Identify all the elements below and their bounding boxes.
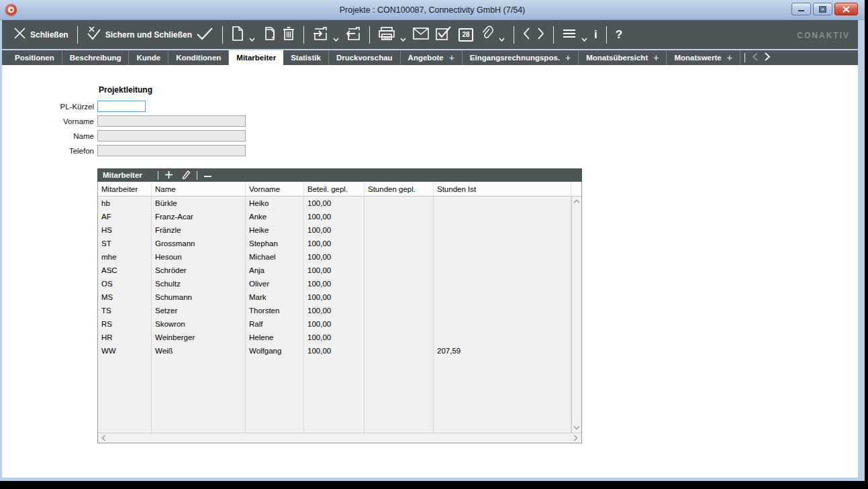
table-cell-r11-stunden-ist[interactable]: 207,59 [434,344,571,358]
table-cell-r1-mitarbeiter[interactable]: AF [98,210,152,223]
table-cell-r1-vorname[interactable]: Anke [246,210,304,223]
scroll-down-icon[interactable] [573,425,580,430]
table-cell-r0-stunden-gepl[interactable] [365,197,434,210]
column-header-vorname[interactable]: Vorname [246,182,304,196]
tab-add-icon[interactable]: + [449,52,454,63]
tab-konditionen[interactable]: Konditionen [168,50,229,65]
table-cell-r10-mitarbeiter[interactable]: HR [98,331,152,344]
table-cell-r4-vorname[interactable]: Michael [246,250,304,264]
table-cell-r0-stunden-ist[interactable] [434,197,571,210]
info-button[interactable]: i [594,29,597,40]
column-header-stunden-gepl[interactable]: Stunden gepl. [365,182,434,196]
scroll-right-icon[interactable] [573,435,578,441]
table-cell-r4-beteil-gepl[interactable]: 100,00 [304,250,365,264]
table-cell-r1-name[interactable]: Franz-Acar [152,210,246,223]
mail-button[interactable] [413,28,429,42]
task-button[interactable] [436,26,452,43]
tab-monatsubersicht[interactable]: Monatsübersicht+ [579,50,667,65]
table-cell-r6-vorname[interactable]: Oliver [246,277,304,290]
table-cell-r10-stunden-ist[interactable] [434,331,571,344]
table-cell-r9-name[interactable]: Skowron [152,317,246,331]
chevron-down-icon[interactable] [581,32,587,44]
table-cell-r0-mitarbeiter[interactable]: hb [98,197,152,210]
remove-row-button[interactable] [203,171,212,179]
table-cell-r0-vorname[interactable]: Heiko [246,197,304,210]
table-cell-r7-mitarbeiter[interactable]: MS [98,290,152,304]
column-header-beteil-gepl[interactable]: Beteil. gepl. [304,182,365,196]
tab-positionen[interactable]: Positionen [7,50,62,65]
pl-kurzel-input[interactable] [97,101,146,112]
table-cell-r7-beteil-gepl[interactable]: 100,00 [304,290,365,304]
table-cell-r4-stunden-ist[interactable] [434,250,571,264]
table-cell-r9-stunden-ist[interactable] [434,317,571,331]
save-and-close-button[interactable]: Sichern und Schließen [87,25,213,44]
table-cell-r10-name[interactable]: Weinberger [152,331,246,344]
maximize-button[interactable] [813,3,832,15]
table-cell-r9-beteil-gepl[interactable]: 100,00 [304,317,365,331]
table-cell-r4-mitarbeiter[interactable]: mhe [98,250,152,264]
chevron-down-icon[interactable] [249,32,255,44]
table-cell-r5-stunden-ist[interactable] [434,264,571,277]
table-cell-r8-vorname[interactable]: Thorsten [246,304,304,317]
tab-monatswerte[interactable]: Monatswerte+ [667,50,740,65]
table-cell-r11-name[interactable]: Weiß [152,344,246,358]
table-cell-r5-mitarbeiter[interactable]: ASC [98,264,152,277]
column-header-mitarbeiter[interactable]: Mitarbeiter [98,182,152,196]
tab-angebote[interactable]: Angebote+ [401,50,463,65]
table-cell-r2-name[interactable]: Fränzle [152,223,246,237]
table-cell-r2-mitarbeiter[interactable]: HS [98,223,152,237]
chevron-down-icon[interactable] [499,32,505,44]
table-cell-r3-stunden-gepl[interactable] [365,237,434,250]
table-cell-r8-beteil-gepl[interactable]: 100,00 [304,304,365,317]
delete-record-button[interactable] [283,26,295,44]
table-cell-r8-stunden-gepl[interactable] [365,304,434,317]
table-cell-r2-beteil-gepl[interactable]: 100,00 [304,223,365,237]
table-cell-r2-vorname[interactable]: Heike [246,223,304,237]
table-cell-r5-vorname[interactable]: Anja [246,264,304,277]
table-cell-r8-stunden-ist[interactable] [434,304,571,317]
table-cell-r3-beteil-gepl[interactable]: 100,00 [304,237,365,250]
tab-scroll-left-icon[interactable] [752,52,758,64]
table-cell-r10-stunden-gepl[interactable] [365,331,434,344]
table-cell-r8-name[interactable]: Setzer [152,304,246,317]
table-cell-r1-stunden-ist[interactable] [434,210,571,223]
table-cell-r11-vorname[interactable]: Wolfgang [246,344,304,358]
table-cell-r8-mitarbeiter[interactable]: TS [98,304,152,317]
table-cell-r9-mitarbeiter[interactable]: RS [98,317,152,331]
table-cell-r9-stunden-gepl[interactable] [365,317,434,331]
tab-scroll-right-icon[interactable] [765,52,771,64]
tab-add-icon[interactable]: + [565,52,571,63]
table-cell-r7-stunden-ist[interactable] [434,290,571,304]
column-header-stunden-ist[interactable]: Stunden Ist [434,182,571,196]
duplicate-record-button[interactable] [262,26,276,44]
table-cell-r4-stunden-gepl[interactable] [365,250,434,264]
attachment-button[interactable] [480,25,505,44]
table-cell-r1-beteil-gepl[interactable]: 100,00 [304,210,365,223]
table-cell-r6-stunden-gepl[interactable] [365,277,434,290]
next-record-button[interactable] [537,28,544,42]
table-cell-r0-name[interactable]: Bürkle [152,197,246,210]
horizontal-scrollbar[interactable] [98,433,581,443]
tab-statistik[interactable]: Statistik [283,50,329,65]
table-cell-r6-beteil-gepl[interactable]: 100,00 [304,277,365,290]
table-cell-r6-mitarbeiter[interactable]: OS [98,277,152,290]
table-cell-r11-stunden-gepl[interactable] [365,344,434,358]
import-button[interactable] [313,25,339,44]
tab-add-icon[interactable]: + [653,52,659,63]
calendar-button[interactable]: 28 [459,28,473,42]
column-header-name[interactable]: Name [152,182,246,196]
add-row-button[interactable] [164,170,173,180]
close-window-button[interactable] [834,3,858,15]
tab-add-icon[interactable]: + [727,52,732,63]
table-cell-r5-stunden-gepl[interactable] [365,264,434,277]
table-cell-r3-vorname[interactable]: Stephan [246,237,304,250]
table-cell-r7-vorname[interactable]: Mark [246,290,304,304]
table-cell-r6-name[interactable]: Schultz [152,277,246,290]
table-cell-r6-stunden-ist[interactable] [434,277,571,290]
tab-druckvorschau[interactable]: Druckvorschau [329,50,401,65]
table-cell-r11-beteil-gepl[interactable]: 100,00 [304,344,365,358]
table-cell-r2-stunden-gepl[interactable] [365,223,434,237]
table-cell-r3-name[interactable]: Grossmann [152,237,246,250]
tab-beschreibung[interactable]: Beschreibung [62,50,130,65]
table-cell-r7-stunden-gepl[interactable] [365,290,434,304]
